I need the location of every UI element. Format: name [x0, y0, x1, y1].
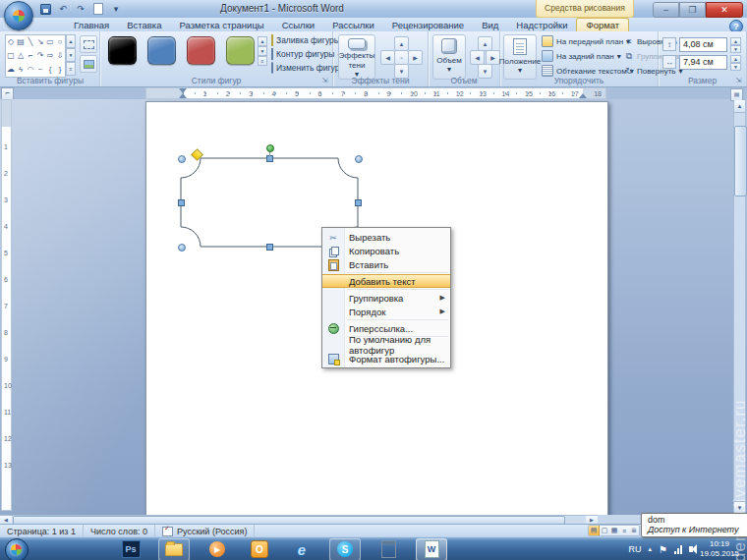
tab-addins[interactable]: Надстройки — [507, 19, 576, 31]
shape-width-field[interactable]: 7,94 см — [679, 55, 727, 70]
gallery-scroll-down-button[interactable]: ▼ — [66, 48, 76, 62]
style-swatch-1[interactable] — [147, 36, 176, 65]
menu-item-grouping[interactable]: Группировка▶ — [322, 291, 450, 305]
handle-top-center[interactable] — [266, 155, 273, 162]
shape-oval-icon[interactable]: ○ — [55, 35, 65, 49]
tab-review[interactable]: Рецензирование — [383, 19, 473, 31]
shape-scribble-icon[interactable]: ϟ — [16, 63, 26, 77]
taskbar-explorer-button[interactable] — [158, 538, 190, 560]
handle-bottom-center[interactable] — [266, 244, 273, 251]
style-swatch-0[interactable] — [108, 36, 137, 65]
styles-scroll-down-button[interactable]: ▼ — [258, 46, 267, 56]
bring-to-front-button[interactable]: На передний план▾ — [542, 34, 630, 48]
tilt-right-button[interactable]: ▶ — [486, 50, 500, 65]
menu-item-order[interactable]: Порядок▶ — [322, 305, 450, 318]
taskbar-word-button[interactable]: W — [416, 538, 447, 560]
edit-shape-button[interactable] — [80, 55, 97, 73]
taskbar-internet-explorer-button[interactable]: e — [287, 539, 316, 560]
print-preview-button[interactable] — [90, 3, 106, 16]
shape-arrow-icon[interactable]: ↘ — [35, 35, 45, 49]
tab-references[interactable]: Ссылки — [273, 19, 323, 31]
menu-item-copy[interactable]: Копировать — [322, 244, 450, 257]
minimize-button[interactable]: – — [653, 2, 679, 18]
shape-outline-button[interactable]: Контур фигуры▾ — [271, 47, 330, 61]
restore-button[interactable]: ❐ — [679, 2, 706, 18]
action-center-icon[interactable]: ⚑ — [659, 544, 667, 555]
handle-middle-left[interactable] — [178, 199, 185, 206]
shape-curve-icon[interactable]: ~ — [35, 63, 45, 77]
vertical-scroll-thumb[interactable] — [734, 126, 747, 196]
gallery-more-button[interactable]: ≡ — [66, 62, 76, 76]
shape-down-arrow-icon[interactable]: ⇩ — [55, 49, 65, 63]
handle-bottom-left[interactable] — [178, 244, 186, 252]
handle-middle-right[interactable] — [355, 199, 362, 206]
view-outline-button[interactable]: ≡ — [619, 526, 629, 535]
menu-item-paste[interactable]: Вставить — [322, 257, 450, 271]
position-button[interactable]: Положение▾ — [503, 34, 537, 80]
shadow-effects-button[interactable]: Эффекты тени▾ — [338, 34, 375, 80]
shape-cloud-icon[interactable]: ☁ — [6, 63, 16, 77]
customize-qat-button[interactable]: ▾ — [108, 3, 124, 16]
view-draft-button[interactable]: ≣ — [629, 526, 639, 535]
nudge-shadow-up-button[interactable]: ▲ — [394, 36, 409, 51]
style-swatch-2[interactable] — [187, 36, 215, 65]
send-to-back-button[interactable]: На задний план▾ — [542, 49, 621, 63]
tab-page-layout[interactable]: Разметка страницы — [170, 19, 272, 31]
shape-right-arrow-icon[interactable]: ⇨ — [45, 49, 55, 63]
menu-item-default-autoshapes[interactable]: По умолчанию для автофигур — [322, 338, 450, 352]
shape-diamond-icon[interactable]: ◇ — [6, 35, 16, 49]
handle-top-left[interactable] — [178, 155, 186, 163]
tilt-up-button[interactable]: ▲ — [478, 36, 492, 51]
view-print-layout-button[interactable]: ▤ — [589, 526, 600, 535]
change-shape-button[interactable]: Изменить фигуру▾ — [271, 61, 330, 75]
taskbar-media-player-button[interactable]: ▶ — [202, 539, 232, 560]
handle-top-right[interactable] — [355, 155, 363, 163]
right-indent-marker[interactable] — [579, 93, 587, 98]
network-icon[interactable] — [674, 545, 682, 554]
shadow-toggle-button[interactable]: ▫ — [394, 50, 409, 65]
text-box-button[interactable] — [80, 35, 97, 53]
styles-scroll-up-button[interactable]: ▲ — [258, 36, 267, 46]
document-page[interactable]: ✂ВырезатьКопироватьВставитьДобавить текс… — [145, 101, 608, 517]
menu-item-format-autoshape[interactable]: Формат автофигуры... — [322, 352, 450, 365]
shape-fill-button[interactable]: Заливка фигуры▾ — [271, 33, 330, 47]
shape-curved-arrow-icon[interactable]: ↷ — [35, 49, 45, 63]
style-swatch-3[interactable] — [226, 36, 255, 65]
shape-height-field[interactable]: 4,08 см — [679, 37, 727, 52]
menu-item-add-text[interactable]: Добавить текст — [322, 274, 450, 288]
gallery-scroll-up-button[interactable]: ▲ — [66, 34, 76, 48]
menu-item-cut[interactable]: ✂Вырезать — [322, 230, 450, 244]
shape-line-icon[interactable]: ╲ — [26, 35, 35, 49]
shape-arc-icon[interactable]: ◠ — [26, 63, 35, 77]
rotate-handle[interactable] — [266, 144, 274, 152]
tilt-left-button[interactable]: ◀ — [470, 50, 485, 65]
nudge-shadow-right-button[interactable]: ▶ — [408, 50, 423, 65]
shape-triangle-icon[interactable]: △ — [16, 49, 26, 63]
view-full-screen-reading-button[interactable]: ▢ — [600, 526, 609, 535]
styles-more-button[interactable]: ≡ — [258, 56, 267, 66]
volume-icon[interactable] — [689, 546, 693, 552]
tab-view[interactable]: Вид — [473, 19, 507, 31]
height-spinner[interactable]: ▲▼ — [730, 37, 741, 51]
shape-rectangle-icon[interactable]: ▭ — [45, 35, 55, 49]
view-web-layout-button[interactable]: ▦ — [609, 526, 619, 535]
tab-mailings[interactable]: Рассылки — [323, 19, 383, 31]
undo-button[interactable]: ↶ — [55, 3, 71, 16]
menu-item-hyperlink[interactable]: Гиперссылка... — [322, 321, 450, 335]
tab-insert[interactable]: Вставка — [118, 19, 170, 31]
tab-format[interactable]: Формат — [576, 18, 629, 31]
start-button[interactable] — [5, 538, 29, 560]
tab-home[interactable]: Главная — [65, 19, 118, 31]
language-indicator[interactable]: RU — [628, 544, 641, 554]
redo-button[interactable]: ↷ — [73, 3, 88, 16]
taskbar-calculator-button[interactable] — [374, 539, 403, 560]
shape-text-box-icon[interactable]: ▤ — [16, 35, 26, 49]
shape-elbow-connector-icon[interactable]: ⌐ — [26, 49, 35, 63]
shape-right-brace-icon[interactable]: } — [55, 63, 65, 77]
office-button[interactable] — [4, 1, 33, 30]
width-spinner[interactable]: ▲▼ — [730, 55, 741, 69]
scroll-up-button[interactable]: ▲ — [734, 100, 745, 113]
nudge-shadow-left-button[interactable]: ◀ — [380, 50, 395, 65]
hanging-indent-marker[interactable] — [179, 93, 187, 98]
taskbar-outlook-button[interactable]: O — [245, 539, 274, 560]
